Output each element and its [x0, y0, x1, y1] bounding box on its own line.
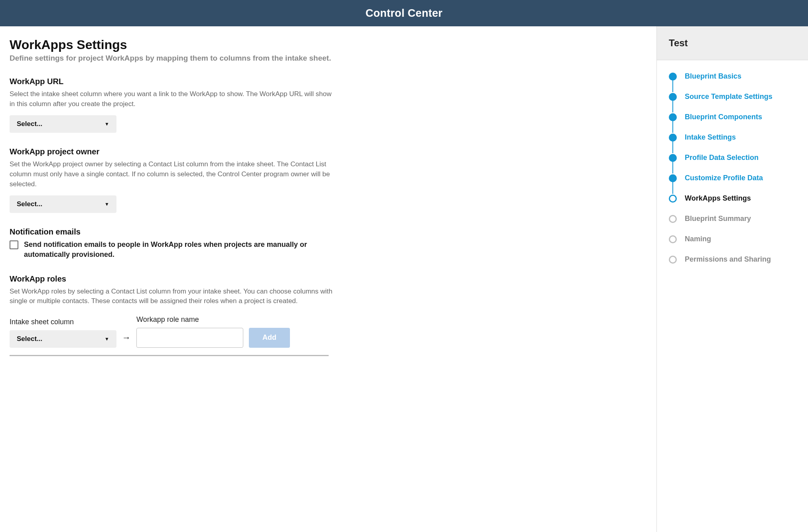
step-label: Blueprint Basics: [685, 72, 741, 81]
divider: [10, 355, 329, 356]
step-label: WorkApps Settings: [685, 194, 751, 203]
step-connector: [672, 162, 673, 173]
step-item[interactable]: Blueprint Basics: [669, 72, 800, 81]
step-connector: [672, 80, 673, 92]
checkbox-send-notifications-label: Send notification emails to people in Wo…: [24, 240, 337, 260]
main-content: WorkApps Settings Define settings for pr…: [0, 26, 656, 532]
step-label: Blueprint Components: [685, 113, 762, 121]
step-connector: [672, 100, 673, 112]
label-workapp-role-name: Workapp role name: [136, 315, 243, 324]
step-connector: [672, 223, 673, 234]
topbar-title: Control Center: [365, 7, 442, 20]
step-item: Naming: [669, 235, 800, 243]
desc-workapp-url: Select the intake sheet column where you…: [10, 89, 337, 109]
step-dot-icon: [669, 113, 677, 121]
section-notification-emails: Notification emails Send notification em…: [10, 227, 337, 260]
step-label: Source Template Settings: [685, 93, 773, 101]
step-item[interactable]: WorkApps Settings: [669, 194, 800, 203]
heading-notification-emails: Notification emails: [10, 227, 337, 236]
topbar: Control Center: [0, 0, 808, 26]
desc-workapp-owner: Set the WorkApp project owner by selecti…: [10, 160, 337, 189]
step-item: Permissions and Sharing: [669, 255, 800, 264]
desc-workapp-roles: Set WorkApp roles by selecting a Contact…: [10, 287, 337, 306]
input-workapp-role-name[interactable]: [136, 328, 243, 348]
label-intake-column: Intake sheet column: [10, 318, 116, 326]
sidebar-title: Test: [657, 26, 808, 60]
section-workapp-owner: WorkApp project owner Set the WorkApp pr…: [10, 147, 337, 213]
step-connector: [672, 182, 673, 194]
select-intake-column-label: Select...: [17, 335, 42, 343]
step-dot-icon: [669, 215, 677, 223]
arrow-icon: →: [122, 333, 131, 348]
page-title: WorkApps Settings: [10, 37, 647, 52]
step-connector: [672, 121, 673, 133]
step-item: Blueprint Summary: [669, 215, 800, 223]
heading-workapp-roles: WorkApp roles: [10, 274, 337, 284]
step-dot-icon: [669, 93, 677, 101]
step-label: Intake Settings: [685, 133, 736, 142]
step-label: Profile Data Selection: [685, 154, 759, 162]
chevron-down-icon: ▼: [104, 201, 109, 207]
select-workapp-url-label: Select...: [17, 120, 42, 128]
step-item[interactable]: Intake Settings: [669, 133, 800, 142]
step-dot-icon: [669, 73, 677, 81]
step-label: Customize Profile Data: [685, 174, 763, 182]
checkbox-send-notifications[interactable]: [10, 240, 18, 249]
step-item[interactable]: Blueprint Components: [669, 113, 800, 121]
step-connector: [672, 141, 673, 153]
step-connector: [672, 202, 673, 214]
step-dot-icon: [669, 154, 677, 162]
section-workapp-roles: WorkApp roles Set WorkApp roles by selec…: [10, 274, 337, 356]
step-label: Permissions and Sharing: [685, 255, 771, 264]
step-dot-icon: [669, 174, 677, 182]
section-workapp-url: WorkApp URL Select the intake sheet colu…: [10, 77, 337, 133]
step-dot-icon: [669, 134, 677, 142]
steps-list: Blueprint BasicsSource Template Settings…: [657, 60, 808, 272]
step-label: Naming: [685, 235, 711, 243]
sidebar: Test Blueprint BasicsSource Template Set…: [656, 26, 808, 532]
step-item[interactable]: Source Template Settings: [669, 93, 800, 101]
select-intake-column[interactable]: Select... ▼: [10, 330, 116, 348]
step-connector: [672, 243, 673, 255]
step-item[interactable]: Profile Data Selection: [669, 154, 800, 162]
select-workapp-owner[interactable]: Select... ▼: [10, 195, 116, 213]
step-dot-icon: [669, 256, 677, 264]
step-dot-icon: [669, 235, 677, 243]
heading-workapp-url: WorkApp URL: [10, 77, 337, 86]
select-workapp-owner-label: Select...: [17, 200, 42, 208]
step-label: Blueprint Summary: [685, 215, 751, 223]
chevron-down-icon: ▼: [104, 336, 109, 342]
heading-workapp-owner: WorkApp project owner: [10, 147, 337, 156]
step-item[interactable]: Customize Profile Data: [669, 174, 800, 182]
select-workapp-url[interactable]: Select... ▼: [10, 115, 116, 133]
chevron-down-icon: ▼: [104, 121, 109, 127]
page-subtitle: Define settings for project WorkApps by …: [10, 54, 647, 63]
add-role-button[interactable]: Add: [249, 328, 290, 348]
step-dot-icon: [669, 195, 677, 203]
